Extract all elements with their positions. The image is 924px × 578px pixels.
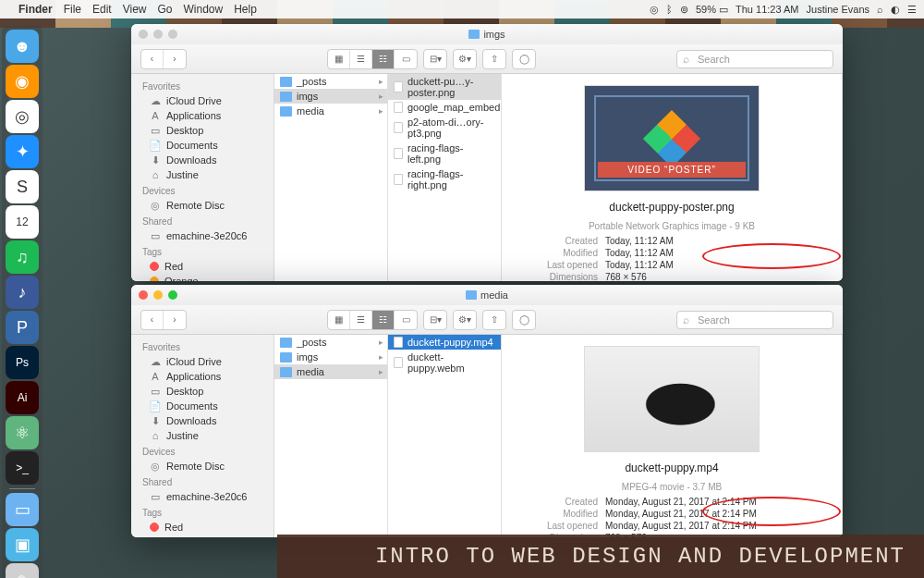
battery-status[interactable]: 59% ▭ [696, 4, 728, 16]
menu-window[interactable]: Window [184, 3, 224, 16]
dock-atom[interactable]: ⚛ [6, 416, 39, 449]
notifications-icon[interactable]: ☰ [907, 4, 917, 16]
share-button[interactable]: ⇧ [483, 311, 505, 329]
forward-button[interactable]: › [164, 50, 186, 68]
dock-pandora[interactable]: P [6, 311, 39, 344]
sidebar-justine[interactable]: ⌂Justine [131, 167, 274, 182]
dock-firefox[interactable]: ◉ [6, 65, 39, 98]
search-input[interactable]: Search [676, 311, 833, 329]
zoom-button[interactable] [168, 290, 177, 300]
sidebar-desktop[interactable]: ▭Desktop [131, 123, 274, 138]
column-files: duckett-pu…y-poster.pnggoogle_map_embed.… [388, 74, 502, 281]
tag-orange[interactable]: Orange [131, 535, 274, 537]
dock-calendar[interactable]: 12 [6, 205, 39, 239]
menubar-app-name[interactable]: Finder [18, 3, 53, 16]
menu-help[interactable]: Help [234, 3, 257, 16]
col-item[interactable]: duckett-puppy.mp4 [388, 335, 501, 350]
tag-orange[interactable]: Orange [131, 274, 274, 281]
user-name[interactable]: Justine Evans [807, 4, 869, 15]
col-item[interactable]: media▸ [274, 104, 387, 118]
tag-red[interactable]: Red [131, 259, 274, 274]
close-button[interactable] [139, 30, 148, 39]
col-item[interactable]: racing-flags-right.png [388, 166, 501, 192]
action-button[interactable]: ⚙▾ [454, 311, 476, 329]
view-column-button[interactable]: ☷ [372, 50, 395, 68]
clock[interactable]: Thu 11:23 AM [736, 4, 799, 15]
sidebar-applications[interactable]: AApplications [131, 369, 274, 384]
col-item[interactable]: duckett-puppy.webm [388, 350, 501, 375]
dock-photoshop[interactable]: Ps [6, 346, 39, 379]
dock-slack[interactable]: S [6, 170, 39, 203]
view-gallery-button[interactable]: ▭ [395, 311, 417, 329]
search-input[interactable]: Search [676, 50, 833, 68]
zoom-button[interactable] [168, 30, 177, 39]
sidebar-justine[interactable]: ⌂Justine [131, 428, 274, 443]
eye-icon[interactable]: ◎ [650, 4, 659, 16]
col-item[interactable]: media▸ [274, 364, 387, 379]
view-gallery-button[interactable]: ▭ [395, 50, 417, 68]
col-item[interactable]: imgs▸ [274, 89, 387, 104]
col-item[interactable]: google_map_embed.png [388, 100, 501, 115]
view-list-button[interactable]: ☰ [350, 50, 372, 68]
col-item[interactable]: duckett-pu…y-poster.png [388, 74, 501, 100]
back-button[interactable]: ‹ [141, 311, 164, 329]
sidebar-downloads[interactable]: ⬇Downloads [131, 153, 274, 167]
arrange-button[interactable]: ⊟▾ [424, 311, 446, 329]
tags-button[interactable]: ◯ [513, 50, 535, 68]
wifi-icon[interactable]: ⊚ [680, 4, 688, 16]
sidebar-documents[interactable]: 📄Documents [131, 138, 274, 153]
view-list-button[interactable]: ☰ [350, 311, 372, 329]
dock-folder[interactable]: ▭ [6, 493, 39, 526]
arrange-button[interactable]: ⊟▾ [424, 50, 446, 68]
col-item[interactable]: racing-flags-left.png [388, 141, 501, 166]
window-title: media [480, 289, 508, 301]
dock-spotify[interactable]: ♫ [6, 240, 39, 274]
sidebar-desktop[interactable]: ▭Desktop [131, 384, 274, 399]
meta-row: CreatedToday, 11:12 AM [517, 235, 827, 247]
menu-view[interactable]: View [123, 3, 147, 16]
close-button[interactable] [139, 290, 148, 300]
col-item[interactable]: p2-atom-di…ory-pt3.png [388, 115, 501, 141]
share-button[interactable]: ⇧ [483, 50, 505, 68]
sidebar-emachine-3e20c6[interactable]: ▭emachine-3e20c6 [131, 228, 274, 243]
meta-row: Last openedMonday, August 21, 2017 at 2:… [517, 520, 827, 532]
preview-filename: duckett-puppy.mp4 [625, 461, 718, 474]
search-icon[interactable]: ⌕ [877, 4, 883, 15]
action-button[interactable]: ⚙▾ [454, 50, 476, 68]
sidebar-documents[interactable]: 📄Documents [131, 399, 274, 413]
dock-safari[interactable]: ✦ [6, 135, 39, 168]
siri-icon[interactable]: ◐ [891, 4, 900, 16]
menu-edit[interactable]: Edit [92, 3, 112, 16]
titlebar[interactable]: media [131, 285, 843, 305]
sidebar-remote-disc[interactable]: ◎Remote Disc [131, 198, 274, 213]
menu-file[interactable]: File [64, 3, 81, 16]
col-item[interactable]: _posts▸ [274, 74, 387, 89]
sidebar-emachine-3e20c6[interactable]: ▭emachine-3e20c6 [131, 489, 274, 504]
minimize-button[interactable] [153, 290, 163, 300]
minimize-button[interactable] [153, 30, 163, 39]
col-item[interactable]: imgs▸ [274, 350, 387, 364]
dock-finder[interactable]: ☻ [6, 30, 39, 63]
tags-button[interactable]: ◯ [513, 311, 535, 329]
tag-red[interactable]: Red [131, 520, 274, 535]
col-item[interactable]: _posts▸ [274, 335, 387, 350]
bluetooth-icon[interactable]: ᛒ [666, 4, 673, 15]
view-column-button[interactable]: ☷ [372, 311, 395, 329]
menu-go[interactable]: Go [158, 3, 173, 16]
sidebar-downloads[interactable]: ⬇Downloads [131, 413, 274, 428]
dock-illustrator[interactable]: Ai [6, 381, 39, 414]
dock-terminal[interactable]: >_ [6, 451, 39, 485]
view-icon-button[interactable]: ▦ [328, 311, 350, 329]
dock-trash[interactable]: 🗑 [6, 563, 39, 578]
forward-button[interactable]: › [164, 311, 186, 329]
dock-music[interactable]: ♪ [6, 276, 39, 309]
sidebar-icloud-drive[interactable]: ☁iCloud Drive [131, 93, 274, 108]
sidebar-applications[interactable]: AApplications [131, 108, 274, 123]
view-icon-button[interactable]: ▦ [328, 50, 350, 68]
back-button[interactable]: ‹ [141, 50, 164, 68]
titlebar[interactable]: imgs [131, 24, 843, 44]
dock-app[interactable]: ▣ [6, 528, 39, 561]
sidebar-remote-disc[interactable]: ◎Remote Disc [131, 459, 274, 473]
sidebar-icloud-drive[interactable]: ☁iCloud Drive [131, 354, 274, 369]
dock-chrome[interactable]: ◎ [6, 100, 39, 133]
